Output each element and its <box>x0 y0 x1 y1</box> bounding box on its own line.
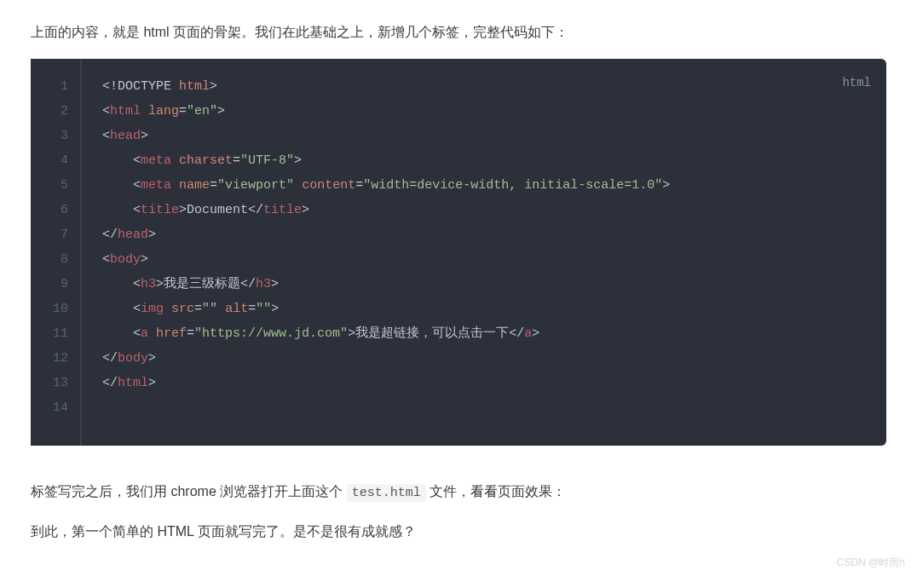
line-number: 3 <box>43 124 68 148</box>
code-line <box>102 395 869 420</box>
code-line: <h3>我是三级标题</h3> <box>102 272 869 297</box>
line-number: 14 <box>43 395 68 420</box>
line-number-gutter: 1 2 3 4 5 6 7 8 9 10 11 12 13 14 <box>31 59 82 446</box>
text-fragment: 文件，看看页面效果： <box>426 484 566 499</box>
code-line: <a href="https://www.jd.com">我是超链接，可以点击一… <box>102 321 869 346</box>
code-block: html 1 2 3 4 5 6 7 8 9 10 11 12 13 14 <!… <box>31 59 886 446</box>
code-line: </head> <box>102 222 869 247</box>
line-number: 2 <box>43 99 68 124</box>
code-line: <img src="" alt=""> <box>102 297 869 321</box>
line-number: 7 <box>43 222 68 247</box>
code-line: </html> <box>102 371 869 395</box>
line-number: 5 <box>43 173 68 198</box>
line-number: 11 <box>43 321 68 346</box>
inline-code-filename: test.html <box>347 484 426 502</box>
code-line: </body> <box>102 346 869 371</box>
paragraph-intro: 上面的内容，就是 html 页面的骨架。我们在此基础之上，新增几个标签，完整代码… <box>31 20 886 43</box>
line-number: 1 <box>43 74 68 99</box>
paragraph-after-code: 标签写完之后，我们用 chrome 浏览器打开上面这个 test.html 文件… <box>31 480 886 504</box>
line-number: 12 <box>43 346 68 371</box>
watermark: CSDN @时雨h <box>837 556 905 570</box>
code-line: <!DOCTYPE html> <box>102 74 869 99</box>
line-number: 4 <box>43 148 68 173</box>
paragraph-conclusion: 到此，第一个简单的 HTML 页面就写完了。是不是很有成就感？ <box>31 520 886 543</box>
line-number: 6 <box>43 198 68 222</box>
line-number: 13 <box>43 371 68 395</box>
code-line: <title>Document</title> <box>102 198 869 222</box>
article-body: 上面的内容，就是 html 页面的骨架。我们在此基础之上，新增几个标签，完整代码… <box>0 0 917 575</box>
line-number: 9 <box>43 272 68 297</box>
text-fragment: 标签写完之后，我们用 chrome 浏览器打开上面这个 <box>31 484 347 499</box>
code-line: <html lang="en"> <box>102 99 869 124</box>
code-line: <body> <box>102 247 869 272</box>
code-line: <meta name="viewport" content="width=dev… <box>102 173 869 198</box>
code-language-label: html <box>842 71 871 95</box>
code-line: <meta charset="UTF-8"> <box>102 148 869 173</box>
line-number: 8 <box>43 247 68 272</box>
code-content[interactable]: <!DOCTYPE html><html lang="en"><head> <m… <box>82 59 886 446</box>
code-line: <head> <box>102 124 869 148</box>
line-number: 10 <box>43 297 68 321</box>
